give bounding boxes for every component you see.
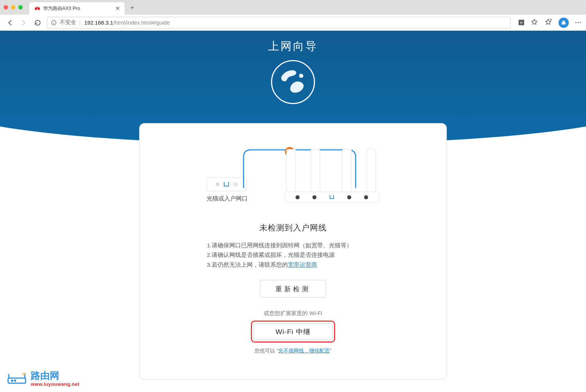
page-content: 上网向导 ✕ 光猫或入户网口 bbox=[0, 31, 586, 392]
security-label: 不安全 bbox=[60, 19, 76, 26]
wifi-relay-button[interactable]: Wi-Fi 中继 bbox=[251, 321, 335, 343]
tip-line-2: 2.请确认网线是否插紧或损坏，光猫是否连接电源 bbox=[207, 250, 379, 260]
watermark-url: www.luyouwang.net bbox=[31, 381, 79, 387]
tip-line-1: 1.请确保网口已用网线连接到因特网（如宽带、光猫等） bbox=[207, 241, 379, 250]
info-icon bbox=[51, 20, 57, 26]
wifi-relay-label: Wi-Fi 中继 bbox=[253, 323, 333, 340]
maximize-window-icon[interactable] bbox=[18, 5, 23, 10]
extend-wifi-hint: 或您想扩展家里的 Wi-Fi bbox=[154, 310, 432, 317]
troubleshoot-tips: 1.请确保网口已用网线连接到因特网（如宽带、光猫等） 2.请确认网线是否插紧或损… bbox=[207, 241, 379, 270]
translate-icon[interactable]: 🅰 bbox=[519, 19, 524, 26]
globe-icon bbox=[271, 60, 315, 104]
source-watermark: 路由网 www.luyouwang.net bbox=[7, 369, 79, 387]
skip-cable-link[interactable]: 先不插网线，继续配置 bbox=[278, 348, 330, 354]
wizard-card: ✕ 光猫或入户网口 未检测到入户网线 1.请确保网口已用网 bbox=[139, 123, 447, 380]
isp-link[interactable]: 宽带运营商 bbox=[288, 262, 317, 268]
tab-bar: 华为路由AX3 Pro ✕ ＋ bbox=[0, 0, 586, 15]
browser-chrome: 华为路由AX3 Pro ✕ ＋ 不安全 | 192.168.3.1/html/i… bbox=[0, 0, 586, 31]
tab-title: 华为路由AX3 Pro bbox=[43, 5, 80, 12]
close-tab-icon[interactable]: ✕ bbox=[115, 5, 120, 12]
watermark-brand: 路由网 bbox=[31, 370, 59, 381]
extension-icon[interactable] bbox=[559, 18, 569, 28]
address-bar[interactable]: 不安全 | 192.168.3.1/html/index.html#/guide bbox=[47, 17, 511, 29]
url-text: 192.168.3.1/html/index.html#/guide bbox=[84, 19, 170, 26]
router-illustration bbox=[284, 144, 379, 203]
minimize-window-icon[interactable] bbox=[11, 5, 15, 10]
tip-line-3: 3.若仍然无法上网，请联系您的宽带运营商 bbox=[207, 260, 379, 270]
alternative-line: 您也可以 “先不插网线，继续配置” bbox=[154, 348, 432, 354]
connection-diagram: ✕ 光猫或入户网口 bbox=[154, 140, 432, 203]
new-tab-button[interactable]: ＋ bbox=[127, 2, 138, 13]
svg-point-3 bbox=[11, 380, 12, 381]
page-title: 上网向导 bbox=[0, 39, 586, 54]
more-menu-icon[interactable] bbox=[575, 22, 581, 23]
forward-button bbox=[19, 18, 29, 27]
huawei-favicon-icon bbox=[34, 5, 40, 11]
refresh-button[interactable] bbox=[33, 18, 42, 27]
back-button[interactable] bbox=[5, 18, 15, 27]
collections-icon[interactable] bbox=[545, 18, 552, 27]
router-logo-icon bbox=[7, 370, 27, 386]
site-security[interactable]: 不安全 | bbox=[51, 19, 81, 26]
status-title: 未检测到入户网线 bbox=[154, 222, 432, 233]
browser-tab[interactable]: 华为路由AX3 Pro ✕ bbox=[29, 2, 125, 15]
svg-rect-2 bbox=[8, 378, 26, 383]
svg-point-4 bbox=[14, 380, 15, 381]
close-window-icon[interactable] bbox=[4, 5, 8, 10]
browser-toolbar: 不安全 | 192.168.3.1/html/index.html#/guide… bbox=[0, 15, 586, 31]
modem-label: 光猫或入户网口 bbox=[207, 195, 248, 203]
window-controls[interactable] bbox=[4, 5, 23, 10]
svg-point-1 bbox=[275, 64, 311, 100]
redetect-button[interactable]: 重新检测 bbox=[260, 280, 326, 297]
favorite-icon[interactable] bbox=[531, 18, 538, 27]
modem-illustration: 光猫或入户网口 bbox=[207, 177, 248, 203]
